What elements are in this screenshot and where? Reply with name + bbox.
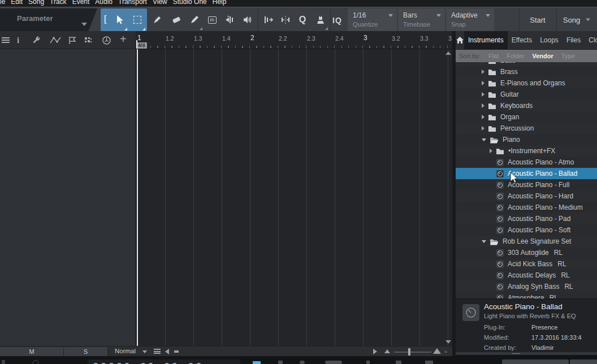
- scroll-up-icon[interactable]: [445, 51, 451, 55]
- tree-item-bass[interactable]: Bass: [456, 62, 597, 66]
- mute-tool-button[interactable]: m: [204, 8, 220, 31]
- eraser-tool-button[interactable]: [167, 8, 185, 31]
- sort-option-flat[interactable]: Flat: [488, 53, 499, 59]
- tree-item-acoustic-piano-hard[interactable]: Acoustic Piano - Hard: [456, 190, 597, 202]
- bracket-tool-button[interactable]: [: [102, 8, 109, 31]
- expand-icon[interactable]: [482, 126, 484, 131]
- tree-item-brass[interactable]: Brass: [456, 66, 597, 77]
- tree-item-acoustic-piano-ballad[interactable]: Acoustic Piano - Ballad: [456, 168, 597, 179]
- menu-item-song[interactable]: Song: [28, 0, 44, 6]
- metronome-icon[interactable]: [366, 361, 370, 364]
- add-track-button[interactable]: +: [120, 31, 127, 49]
- tree-item-303-autoglide[interactable]: 303 AutoglideRL: [456, 247, 597, 258]
- tab-clou[interactable]: Clou: [585, 31, 597, 49]
- collapse-icon[interactable]: [482, 240, 486, 243]
- scroll-down-icon[interactable]: [445, 340, 451, 344]
- tree-item-acoustic-piano-atmo[interactable]: Acoustic Piano - Atmo: [456, 157, 597, 168]
- expand-icon[interactable]: [482, 70, 484, 74]
- tree-item-percussion[interactable]: Percussion: [456, 123, 597, 134]
- tree-item-acoustic-delays[interactable]: Acoustic DelaysRL: [456, 270, 597, 281]
- zoom-in-icon[interactable]: [433, 348, 441, 354]
- paint-tool-button[interactable]: [148, 8, 166, 31]
- quantize-dropdown[interactable]: 1/16 Quantize: [347, 8, 397, 31]
- play-from-icon[interactable]: [373, 349, 377, 354]
- track-list-menu-button[interactable]: [2, 31, 10, 49]
- start-button[interactable]: Start: [520, 8, 556, 31]
- sort-option-vendor[interactable]: Vendor: [532, 53, 553, 59]
- tree-item-guitar[interactable]: Guitar: [456, 89, 597, 100]
- tree-item-rob-lee-signature-set[interactable]: Rob Lee Signature Set: [456, 236, 597, 247]
- tempo-button[interactable]: [102, 31, 111, 49]
- zoom-slider-track[interactable]: [394, 352, 431, 353]
- tree-item-acoustic-piano-pad[interactable]: Acoustic Piano - Pad: [456, 213, 597, 224]
- action-q-button[interactable]: Q: [294, 8, 311, 31]
- sort-option-type[interactable]: Type: [561, 53, 575, 59]
- tree-item-acoustic-piano-medium[interactable]: Acoustic Piano - Medium: [456, 202, 597, 213]
- tree-item-piano[interactable]: Piano: [456, 134, 597, 145]
- split-tool-button[interactable]: [277, 8, 294, 31]
- transport-right-button[interactable]: [570, 359, 597, 364]
- collapse-left-icon[interactable]: [165, 349, 169, 354]
- line-tool-button[interactable]: [185, 8, 204, 31]
- tree-item-acid-kick-bass[interactable]: Acid Kick BassRL: [456, 258, 597, 270]
- marker-button[interactable]: [68, 31, 77, 49]
- bend-tool-button[interactable]: [220, 8, 239, 31]
- menu-item-studio-one[interactable]: Studio One: [173, 0, 207, 6]
- menu-item-audio[interactable]: Audio: [95, 0, 113, 6]
- record-icon[interactable]: [300, 361, 305, 364]
- loop-icon[interactable]: [325, 361, 342, 364]
- tree-item-acoustic-piano-soft[interactable]: Acoustic Piano - Soft: [456, 224, 597, 236]
- timeline-ruler[interactable]: 11.21.31.422.22.32.433.23.33.4 4/4: [136, 31, 452, 49]
- expand-icon[interactable]: [482, 62, 484, 63]
- tab-files[interactable]: Files: [563, 31, 585, 49]
- macros-button[interactable]: [312, 8, 329, 31]
- solo-all-button[interactable]: S: [64, 347, 108, 356]
- track-options-icon[interactable]: [154, 349, 161, 354]
- menu-item-le[interactable]: le: [0, 0, 5, 6]
- snap-dropdown[interactable]: Adaptive Snap: [445, 8, 494, 31]
- expand-icon[interactable]: [490, 149, 492, 153]
- collapse-icon[interactable]: [482, 138, 486, 141]
- timestretch-tool-button[interactable]: [260, 8, 277, 31]
- tree-item-atmosphere[interactable]: AtmosphereRL: [456, 292, 597, 298]
- home-tab-button[interactable]: [456, 31, 464, 49]
- menu-item-help[interactable]: Help: [213, 0, 227, 6]
- tree-item-acoustic-piano-full[interactable]: Acoustic Piano - Full: [456, 179, 597, 190]
- menu-item-track[interactable]: Track: [50, 0, 67, 6]
- menu-item-view[interactable]: View: [153, 0, 167, 6]
- expand-icon[interactable]: [482, 103, 484, 108]
- mute-all-button[interactable]: M: [0, 347, 64, 356]
- expand-icon[interactable]: [482, 115, 484, 119]
- zoom-slider-handle[interactable]: [408, 348, 410, 356]
- track-setup-button[interactable]: [32, 31, 41, 49]
- browser-resize-grip[interactable]: [456, 352, 597, 355]
- arrange-canvas[interactable]: [136, 49, 452, 346]
- tempo-tap-icon[interactable]: [396, 361, 401, 364]
- range-tool-button[interactable]: [129, 8, 146, 31]
- tree-item-analog-syn-bass[interactable]: Analog Syn BassRL: [456, 281, 597, 292]
- menu-item-edit[interactable]: Edit: [11, 0, 23, 6]
- tree-item-e-pianos-and-organs[interactable]: E-Pianos and Organs: [456, 77, 597, 89]
- menu-item-event[interactable]: Event: [72, 0, 90, 6]
- timebase-dropdown[interactable]: Bars Timebase: [397, 8, 445, 31]
- parameter-dropdown[interactable]: Parameter: [0, 8, 101, 32]
- automation-button[interactable]: [50, 31, 61, 49]
- tab-loops[interactable]: Loops: [536, 31, 563, 49]
- sort-option-folder[interactable]: Folder: [507, 53, 524, 59]
- inspector-button[interactable]: i: [17, 31, 19, 49]
- expand-icon[interactable]: [482, 92, 484, 97]
- menu-item-transport[interactable]: Transport: [118, 0, 147, 6]
- tree-item-organ[interactable]: Organ: [456, 111, 597, 123]
- chevron-down-icon[interactable]: [142, 350, 147, 353]
- tree-item-keyboards[interactable]: Keyboards: [456, 100, 597, 111]
- tab-instruments[interactable]: Instruments: [464, 31, 508, 49]
- play-icon[interactable]: [278, 361, 283, 364]
- song-page-button[interactable]: Song: [557, 8, 597, 31]
- minimize-icon[interactable]: [174, 350, 179, 353]
- arrow-tool-button[interactable]: [111, 8, 128, 31]
- tree-item-instrument-fx[interactable]: •Instrument+FX: [456, 145, 597, 157]
- tab-effects[interactable]: Effects: [508, 31, 536, 49]
- time-display[interactable]: 00001.01.01.00: [88, 359, 240, 364]
- automation-mode-dropdown[interactable]: Normal: [115, 348, 136, 354]
- expand-icon[interactable]: [482, 81, 484, 85]
